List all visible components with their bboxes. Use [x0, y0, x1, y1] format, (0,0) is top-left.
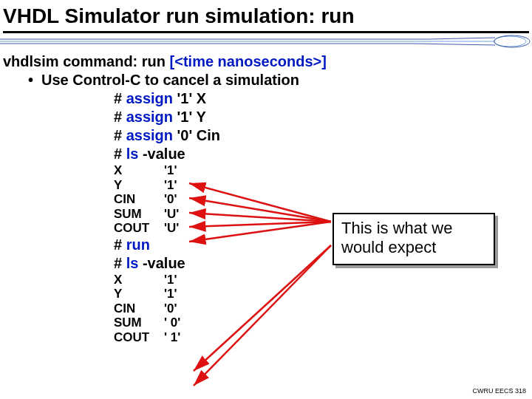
- command-syntax-line: vhdlsim command: run [<time nanoseconds>…: [3, 52, 532, 71]
- prompt-hash: #: [114, 236, 126, 253]
- svg-line-7: [414, 44, 495, 45]
- signal-value: '0': [164, 192, 177, 207]
- signal-row: X'1': [114, 163, 532, 178]
- footer-text: CWRU EECS 318: [472, 387, 526, 395]
- signal-name: X: [114, 163, 164, 178]
- signal-row: CIN'0': [114, 192, 532, 207]
- cmd-keyword: ls: [126, 255, 139, 271]
- prompt-hash: #: [114, 255, 126, 271]
- signal-row: Y'1': [114, 287, 532, 301]
- signal-value: '1': [164, 163, 177, 178]
- cmd-line-1: # assign '1' X: [3, 89, 532, 108]
- cmd-prefix: vhdlsim command:: [3, 53, 142, 69]
- signal-name: SUM: [114, 207, 164, 222]
- signal-row: Y'1': [114, 178, 532, 193]
- callout-text: This is what we would expect: [341, 219, 452, 256]
- cmd-keyword: ls: [126, 146, 139, 162]
- cmd-rest: -value: [138, 146, 185, 162]
- signal-block-2: X'1' Y'1' CIN'0' SUM' 0' COUT' 1': [3, 273, 532, 345]
- cmd-keyword: assign: [126, 90, 173, 106]
- signal-name: SUM: [114, 316, 164, 330]
- signal-value: '1': [164, 178, 177, 193]
- signal-value: 'U': [164, 207, 179, 222]
- svg-line-6: [429, 38, 495, 39]
- slide-body: vhdlsim command: run [<time nanoseconds>…: [0, 52, 532, 344]
- signal-name: CIN: [114, 301, 164, 316]
- signal-row: SUM' 0': [114, 316, 532, 330]
- signal-name: COUT: [114, 330, 164, 345]
- prompt-hash: #: [114, 90, 126, 106]
- signal-value: 'U': [164, 221, 179, 236]
- signal-value: ' 0': [164, 316, 180, 330]
- signal-value: '1': [164, 287, 177, 301]
- signal-value: '0': [164, 301, 177, 316]
- signal-row: CIN'0': [114, 301, 532, 316]
- cmd-line-4: # ls -value: [3, 145, 532, 163]
- prompt-hash: #: [114, 127, 126, 143]
- cmd-line-2: # assign '1' Y: [3, 108, 532, 126]
- cmd-rest: '1' Y: [173, 109, 206, 125]
- signal-name: CIN: [114, 192, 164, 207]
- signal-name: COUT: [114, 221, 164, 236]
- cmd-keyword: assign: [126, 109, 173, 125]
- callout-box: This is what we would expect: [332, 213, 495, 265]
- svg-point-4: [494, 35, 530, 47]
- signal-name: X: [114, 273, 164, 287]
- cmd-rest: '1' X: [173, 90, 206, 106]
- signal-value: ' 1': [164, 330, 180, 345]
- bullet-text: Use Control-C to cancel a simulation: [41, 72, 299, 88]
- signal-row: X'1': [114, 273, 532, 287]
- signal-value: '1': [164, 273, 177, 287]
- slide-title: VHDL Simulator run simulation: run: [0, 0, 532, 31]
- prompt-hash: #: [114, 146, 126, 162]
- cmd-name: run: [142, 53, 166, 69]
- cmd-rest: -value: [138, 255, 185, 271]
- signal-name: Y: [114, 178, 164, 193]
- prompt-hash: #: [114, 109, 126, 125]
- title-underline: [3, 31, 529, 33]
- cmd-args: [<time nanoseconds>]: [166, 53, 327, 69]
- decorative-band: [0, 35, 532, 48]
- signal-row: COUT' 1': [114, 330, 532, 345]
- signal-name: Y: [114, 287, 164, 301]
- cmd-rest: '0' Cin: [173, 127, 220, 143]
- bullet-line: •Use Control-C to cancel a simulation: [3, 71, 532, 89]
- bullet-icon: •: [28, 71, 41, 89]
- cmd-keyword: assign: [126, 127, 173, 143]
- cmd-line-3: # assign '0' Cin: [3, 126, 532, 145]
- cmd-keyword: run: [126, 236, 150, 253]
